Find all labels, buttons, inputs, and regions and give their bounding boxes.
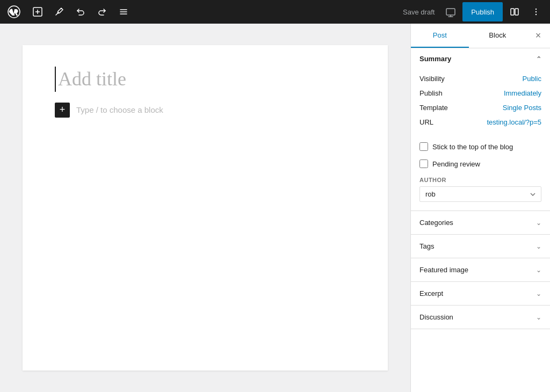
pending-review-label[interactable]: Pending review [432, 160, 480, 168]
save-draft-button[interactable]: Save draft [399, 8, 439, 16]
summary-title: Summary [419, 55, 451, 63]
editor-content: + Type / to choose a block [23, 45, 388, 371]
summary-content: Visibility Public Publish Immediately Te… [411, 69, 550, 138]
summary-section: Summary ⌃ Visibility Public Publish Imme… [411, 48, 550, 211]
tab-post[interactable]: Post [411, 24, 469, 48]
sidebar-header: Post Block × [411, 24, 550, 48]
url-value[interactable]: testing.local/?p=5 [487, 118, 541, 126]
publish-button[interactable]: Publish [462, 2, 503, 21]
wp-logo[interactable] [4, 0, 24, 24]
template-value[interactable]: Single Posts [503, 104, 541, 112]
discussion-title: Discussion [419, 313, 453, 321]
block-placeholder-row: + Type / to choose a block [55, 103, 356, 118]
template-label: Template [419, 104, 448, 112]
discussion-header[interactable]: Discussion ⌄ [411, 306, 550, 329]
featured-image-section: Featured image ⌄ [411, 258, 550, 282]
publish-row: Publish Immediately [419, 86, 541, 100]
toolbar: Save draft Publish [0, 0, 550, 24]
settings-button[interactable] [505, 2, 524, 21]
pending-review-checkbox[interactable] [419, 159, 428, 168]
svg-rect-11 [515, 9, 518, 15]
sidebar-close-button[interactable]: × [526, 24, 550, 48]
main-layout: + Type / to choose a block Post Block × … [0, 24, 550, 392]
visibility-row: Visibility Public [419, 71, 541, 86]
excerpt-title: Excerpt [419, 289, 443, 297]
featured-image-header[interactable]: Featured image ⌄ [411, 258, 550, 281]
sidebar: Post Block × Summary ⌃ Visibility Public… [410, 24, 550, 392]
add-block-toolbar-button[interactable] [28, 2, 47, 21]
featured-image-chevron-icon: ⌄ [536, 266, 541, 274]
svg-point-14 [535, 14, 537, 15]
visibility-value[interactable]: Public [523, 75, 541, 83]
toolbar-right: Save draft Publish [399, 2, 546, 21]
publish-value[interactable]: Immediately [504, 89, 541, 97]
visibility-label: Visibility [419, 75, 445, 83]
author-section: AUTHOR rob admin [411, 172, 550, 210]
svg-point-12 [535, 9, 537, 10]
svg-rect-7 [446, 9, 455, 15]
tools-button[interactable] [49, 2, 69, 21]
pending-review-row: Pending review [411, 155, 550, 172]
discussion-section: Discussion ⌄ [411, 306, 550, 329]
stick-to-top-checkbox[interactable] [419, 142, 428, 151]
discussion-chevron-icon: ⌄ [536, 314, 541, 321]
categories-header[interactable]: Categories ⌄ [411, 211, 550, 234]
block-placeholder-text: Type / to choose a block [76, 105, 163, 114]
featured-image-title: Featured image [419, 266, 468, 274]
tab-block[interactable]: Block [469, 24, 527, 48]
url-row: URL testing.local/?p=5 [419, 115, 541, 129]
publish-label: Publish [419, 89, 443, 97]
svg-point-13 [535, 11, 537, 12]
add-block-inline-button[interactable]: + [55, 103, 70, 118]
url-label: URL [419, 118, 433, 126]
tags-header[interactable]: Tags ⌄ [411, 235, 550, 258]
stick-to-top-label[interactable]: Stick to the top of the blog [432, 143, 513, 151]
categories-title: Categories [419, 219, 453, 227]
categories-chevron-icon: ⌄ [536, 219, 541, 227]
tags-section: Tags ⌄ [411, 235, 550, 258]
stick-to-top-row: Stick to the top of the blog [411, 138, 550, 155]
svg-rect-10 [511, 9, 514, 15]
excerpt-header[interactable]: Excerpt ⌄ [411, 282, 550, 305]
editor-area: + Type / to choose a block [0, 24, 410, 392]
post-title-input[interactable] [55, 67, 356, 92]
excerpt-chevron-icon: ⌄ [536, 290, 541, 297]
preview-button[interactable] [441, 2, 460, 21]
tags-chevron-icon: ⌄ [536, 243, 541, 250]
categories-section: Categories ⌄ [411, 211, 550, 235]
tags-title: Tags [419, 242, 434, 250]
more-tools-button[interactable] [526, 2, 546, 21]
list-view-button[interactable] [114, 2, 133, 21]
summary-section-header[interactable]: Summary ⌃ [411, 48, 550, 69]
author-select[interactable]: rob admin [419, 186, 541, 202]
summary-chevron-icon: ⌃ [536, 55, 541, 63]
undo-button[interactable] [71, 2, 90, 21]
excerpt-section: Excerpt ⌄ [411, 282, 550, 306]
template-row: Template Single Posts [419, 100, 541, 115]
author-label: AUTHOR [419, 177, 541, 183]
redo-button[interactable] [92, 2, 112, 21]
